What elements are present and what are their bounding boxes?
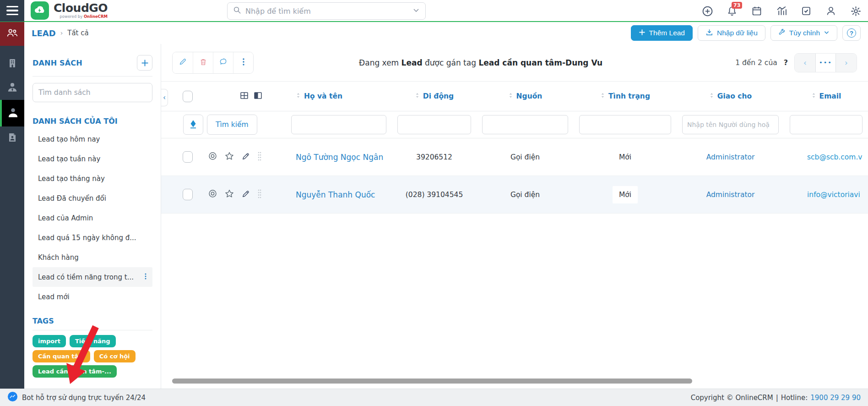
column-header-status[interactable]: Tình trạng xyxy=(574,92,677,101)
kebab-menu-icon[interactable] xyxy=(142,273,149,282)
drag-handle-icon[interactable] xyxy=(257,189,262,201)
module-rail xyxy=(0,22,24,389)
quick-add-icon[interactable] xyxy=(701,5,713,17)
lead-mobile: (028) 39104545 xyxy=(392,191,477,199)
sort-icon xyxy=(508,92,513,101)
more-actions-button[interactable] xyxy=(233,52,253,73)
list-search-input[interactable] xyxy=(33,83,152,102)
calendar-icon[interactable] xyxy=(751,5,763,17)
column-header-mobile[interactable]: Di động xyxy=(392,92,477,101)
analytics-icon[interactable] xyxy=(776,5,787,17)
global-search-input[interactable] xyxy=(245,7,408,16)
select-all-checkbox[interactable] xyxy=(183,91,193,102)
topbar-icons: 73 xyxy=(701,0,862,22)
tag-pill[interactable]: Lead cần quan tâm-... xyxy=(33,365,117,378)
sidebar-list-item[interactable]: Khách hàng xyxy=(33,247,152,267)
breadcrumb-module[interactable]: LEAD xyxy=(32,28,56,38)
pagination-total-unknown[interactable]: ? xyxy=(784,58,788,67)
sidebar-list-item[interactable]: Lead Đã chuyển đổi xyxy=(33,188,152,208)
delete-button[interactable] xyxy=(193,52,213,73)
column-view-icon[interactable] xyxy=(253,91,263,102)
column-header-email[interactable]: Email xyxy=(784,92,868,101)
my-lists: Lead tạo hôm nay Lead tạo tuần này Lead … xyxy=(33,129,152,307)
filter-mobile-input[interactable] xyxy=(397,115,471,134)
eraser-icon xyxy=(188,119,198,131)
star-icon[interactable] xyxy=(224,151,234,163)
bot-support-text: Bot hỗ trợ sử dụng trực tuyến 24/24 xyxy=(22,394,146,402)
tag-pill[interactable]: Có cơ hội xyxy=(94,350,136,362)
rail-item-company[interactable] xyxy=(0,52,24,76)
page-more-button[interactable]: ••• xyxy=(815,54,836,72)
cloudgo-logo-icon xyxy=(31,1,49,20)
horizontal-scrollbar[interactable] xyxy=(172,379,692,384)
filter-name-input[interactable] xyxy=(291,115,386,134)
building-icon xyxy=(7,58,18,71)
breadcrumb-separator: › xyxy=(60,29,63,37)
sidebar-list-item[interactable]: Lead tạo tháng này xyxy=(33,169,152,188)
edit-pencil-icon[interactable] xyxy=(241,152,250,163)
settings-gear-icon[interactable] xyxy=(850,5,862,17)
messenger-icon[interactable] xyxy=(7,391,18,404)
sidebar-list-item[interactable]: Lead tạo hôm nay xyxy=(33,129,152,149)
filter-email-input[interactable] xyxy=(790,115,863,134)
filter-assigned-input[interactable] xyxy=(682,115,779,134)
chevron-down-icon xyxy=(824,29,830,37)
import-data-button[interactable]: Nhập dữ liệu xyxy=(698,25,765,41)
footer: Bot hỗ trợ sử dụng trực tuyến 24/24 Copy… xyxy=(0,389,868,406)
add-list-button[interactable] xyxy=(137,55,152,71)
edit-pencil-icon[interactable] xyxy=(241,189,250,200)
tag-pill[interactable]: Tiềm năng xyxy=(70,335,116,347)
pagination: 1 đến 2 của ? ‹ ••• › xyxy=(735,53,857,72)
sidebar-list-item[interactable]: Lead quá 15 ngày không đ... xyxy=(33,228,152,247)
tag-pill[interactable]: Cần quan tâm xyxy=(33,350,90,362)
rail-item-contacts[interactable] xyxy=(0,76,24,100)
hamburger-menu-button[interactable] xyxy=(0,0,24,22)
comment-button[interactable] xyxy=(213,52,233,73)
star-icon[interactable] xyxy=(224,189,234,201)
hotline-number[interactable]: 1900 29 29 90 xyxy=(810,394,861,402)
collapse-sidebar-handle[interactable]: ‹ xyxy=(161,89,168,106)
edit-button[interactable] xyxy=(173,52,193,73)
column-header-name[interactable]: Họ và tên xyxy=(264,92,392,101)
global-search[interactable] xyxy=(227,2,426,20)
hotline-label: Hotline: xyxy=(781,394,808,402)
column-header-assigned[interactable]: Giao cho xyxy=(677,92,784,101)
preview-eye-icon[interactable] xyxy=(208,151,217,163)
users-group-icon xyxy=(6,27,18,41)
column-header-source[interactable]: Nguồn xyxy=(477,92,574,101)
chevron-down-icon[interactable] xyxy=(412,6,420,16)
preview-eye-icon[interactable] xyxy=(208,189,217,200)
sidebar-list-item-selected[interactable]: Lead có tiềm năng trong t... xyxy=(33,267,152,287)
copyright-text: Copyright © OnlineCRM xyxy=(691,394,773,402)
sidebar-list-item[interactable]: Lead của Admin xyxy=(33,208,152,228)
list-toolbar: Đang xem Lead được gán tag Lead cần quan… xyxy=(161,44,868,82)
tasks-icon[interactable] xyxy=(800,5,812,17)
row-checkbox[interactable] xyxy=(183,151,193,163)
customize-button[interactable]: Tùy chỉnh xyxy=(770,25,837,41)
tag-pill[interactable]: import xyxy=(33,335,66,347)
breadcrumb-current: Tất cả xyxy=(67,29,88,37)
sidebar-list-item[interactable]: Lead mới xyxy=(33,287,152,307)
notifications-bell-icon[interactable]: 73 xyxy=(726,5,738,17)
rail-item-documents[interactable] xyxy=(0,126,24,150)
grid-view-icon[interactable] xyxy=(239,91,249,102)
sort-icon xyxy=(811,92,816,101)
rail-item-groups[interactable] xyxy=(0,22,24,46)
row-checkbox[interactable] xyxy=(183,189,193,200)
prev-page-button[interactable]: ‹ xyxy=(795,54,815,72)
person-icon xyxy=(7,106,19,121)
drag-handle-icon[interactable] xyxy=(257,151,262,163)
filter-source-input[interactable] xyxy=(482,115,568,134)
filter-status-input[interactable] xyxy=(579,115,671,134)
help-button[interactable]: ? xyxy=(842,25,861,41)
sidebar-list-item[interactable]: Lead tạo tuần này xyxy=(33,149,152,169)
sidebar: DANH SÁCH DANH SÁCH CỦA TÔI Lead tạo hôm… xyxy=(24,44,161,389)
topbar: CloudGO powered by OnlineCRM 73 xyxy=(0,0,868,22)
filter-search-button[interactable]: Tìm kiếm xyxy=(207,115,257,135)
next-page-button[interactable]: › xyxy=(836,54,857,72)
table-filter-row: Tìm kiếm xyxy=(161,111,868,138)
rail-item-leads[interactable] xyxy=(0,100,24,126)
add-lead-button[interactable]: Thêm Lead xyxy=(631,25,693,41)
user-profile-icon[interactable] xyxy=(825,5,837,17)
clear-filters-button[interactable] xyxy=(183,115,203,135)
